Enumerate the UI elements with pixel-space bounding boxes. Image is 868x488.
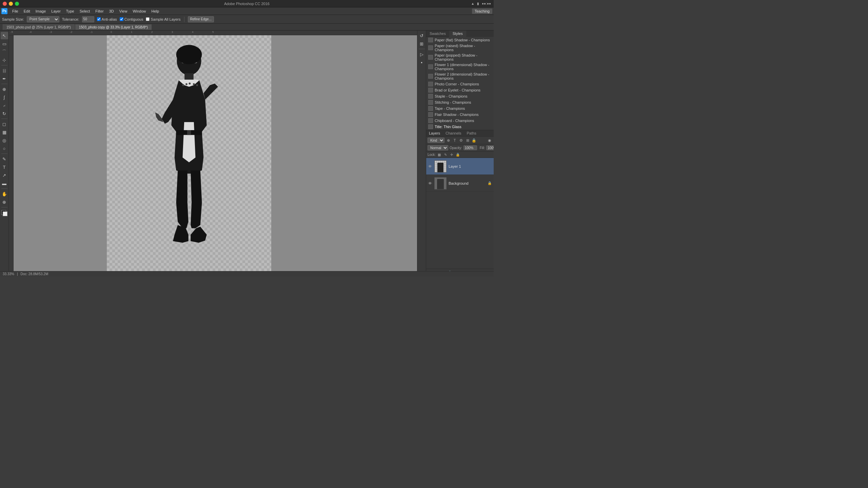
zoom-level-tool[interactable]: ⊞ (418, 40, 426, 47)
layer-thumbnail (434, 177, 447, 189)
style-item-tape[interactable]: Tape - Champions (426, 105, 494, 111)
file-tab-1[interactable]: 1503_photo copy @ 33.3% (Layer 1, RGB/8*… (75, 24, 152, 30)
style-label: Brad or Eyelet - Champions (435, 88, 480, 92)
color-swatches (1, 210, 7, 216)
dodge-tool[interactable]: ○ (1, 145, 8, 152)
type-tool[interactable]: T (1, 163, 8, 171)
menu-help[interactable]: Help (149, 8, 162, 14)
lock-all-btn[interactable]: 🔒 (455, 152, 460, 157)
style-item-chipboard[interactable]: Chipboard - Champions (426, 118, 494, 124)
paths-tab[interactable]: Paths (464, 130, 479, 136)
style-item-flower-2[interactable]: Flower 2 (dimensional) Shadow - Champion… (426, 72, 494, 81)
style-item-title-thin-glass[interactable]: Title: Thin Glass (426, 124, 494, 130)
style-item-flower-1[interactable]: Flower 1 (dimensional) Shadow - Champion… (426, 62, 494, 72)
file-tab-0[interactable]: 1503_photo.psd @ 25% (Layer 1, RGB/8*) (3, 24, 75, 30)
canvas-transparent-area[interactable] (107, 35, 271, 277)
layer-icon-5[interactable]: 🔒 (471, 138, 477, 143)
eraser-tool[interactable]: ◻ (1, 120, 8, 128)
lock-image-btn[interactable]: ✎ (443, 152, 448, 157)
sample-all-layers-option[interactable]: Sample All Layers (146, 17, 180, 21)
contiguous-option[interactable]: Contiguous (120, 17, 143, 21)
canvas-area[interactable]: -5 -4 -3 -2 -1 0 1 2 3 4 5 (9, 30, 417, 277)
panel-toggle-1[interactable]: ▷ (418, 50, 426, 58)
canvas-background[interactable] (14, 35, 417, 277)
menu-edit[interactable]: Edit (21, 8, 33, 14)
layer-icon-3[interactable]: ⚙ (458, 138, 464, 143)
anti-alias-checkbox[interactable] (97, 17, 101, 21)
menu-type[interactable]: Type (63, 8, 77, 14)
clone-stamp-tool[interactable]: ⌿ (1, 102, 8, 109)
gradient-tool[interactable]: ▦ (1, 128, 8, 136)
brush-tool[interactable]: ∫ (1, 94, 8, 101)
right-panel: Swatches Styles Paper (flat) Shadow - Ch… (426, 30, 494, 277)
layer-item-background[interactable]: 👁 Background 🔒 (426, 175, 494, 192)
style-item-staple[interactable]: Staple - Champions (426, 93, 494, 99)
style-item-paper-flat[interactable]: Paper (flat) Shadow - Champions (426, 37, 494, 43)
style-label: Flower 2 (dimensional) Shadow - Champion… (435, 72, 492, 80)
layer-filter-toggle[interactable]: ◉ (487, 138, 492, 143)
shape-tool[interactable]: ▬ (1, 180, 8, 187)
layer-kind-select[interactable]: Kind (428, 138, 445, 143)
layer-visibility-icon[interactable]: 👁 (428, 181, 433, 185)
menu-view[interactable]: View (117, 8, 130, 14)
style-item-paper-raised[interactable]: Paper (raised) Shadow - Champions (426, 43, 494, 53)
layers-toolbar: Kind ⊕ T ⚙ ⊞ 🔒 ◉ (426, 137, 494, 144)
blend-mode-select[interactable]: Normal (428, 145, 448, 150)
style-swatch (428, 124, 433, 129)
menu-image[interactable]: Image (33, 8, 49, 14)
opacity-input[interactable] (463, 145, 477, 150)
lock-transparent-btn[interactable]: ▦ (437, 152, 442, 157)
path-select-tool[interactable]: ↗ (1, 171, 8, 179)
tolerance-input[interactable] (82, 16, 94, 22)
contiguous-checkbox[interactable] (120, 17, 123, 21)
style-item-flair-shadow[interactable]: Flair Shadow - Champions (426, 111, 494, 118)
swatches-tab[interactable]: Swatches (426, 30, 449, 37)
lock-position-btn[interactable]: ✛ (449, 152, 454, 157)
layer-visibility-icon[interactable]: 👁 (428, 164, 433, 168)
styles-tab[interactable]: Styles (449, 30, 466, 37)
layers-tab[interactable]: Layers (426, 130, 443, 136)
blur-tool[interactable]: ◎ (1, 137, 8, 144)
lasso-tool[interactable]: ⌒ (1, 48, 8, 56)
panel-toggle-2[interactable]: ▪ (418, 59, 426, 66)
wand-tool[interactable]: ⊹ (1, 56, 8, 64)
fill-input[interactable] (486, 145, 494, 150)
anti-alias-option[interactable]: Anti-alias (97, 17, 117, 21)
background-color[interactable] (3, 211, 7, 216)
doc-info: Doc: 28.8M/53.2M (21, 272, 48, 276)
menu-window[interactable]: Window (130, 8, 149, 14)
minimize-button[interactable] (9, 2, 13, 6)
sample-size-select[interactable]: Point Sample 3 by 3 Average (27, 16, 59, 22)
crop-tool[interactable]: ⌸ (1, 67, 8, 74)
close-button[interactable] (3, 2, 7, 6)
layer-icon-2[interactable]: T (452, 138, 457, 143)
menu-layer[interactable]: Layer (48, 8, 63, 14)
svg-rect-7 (187, 130, 191, 135)
style-item-paper-popped[interactable]: Paper (popped) Shadow - Champions (426, 53, 494, 62)
spot-heal-tool[interactable]: ⊕ (1, 85, 8, 93)
menu-select[interactable]: Select (77, 8, 93, 14)
sample-all-layers-checkbox[interactable] (146, 17, 150, 21)
marquee-tool[interactable]: ▭ (1, 40, 8, 47)
layer-item-layer1[interactable]: 👁 Layer 1 (426, 158, 494, 175)
style-item-brad-eyelet[interactable]: Brad or Eyelet - Champions (426, 87, 494, 93)
history-brush-tool[interactable]: ↻ (1, 110, 8, 117)
menu-filter[interactable]: Filter (93, 8, 106, 14)
menu-file[interactable]: File (9, 8, 21, 14)
maximize-button[interactable] (15, 2, 19, 6)
menu-3d[interactable]: 3D (106, 8, 117, 14)
channels-tab[interactable]: Channels (443, 130, 464, 136)
layer-icon-4[interactable]: ⊞ (465, 138, 470, 143)
workspace-label[interactable]: Teaching (472, 8, 492, 14)
refine-edge-button[interactable]: Refine Edge... (188, 16, 214, 22)
hand-tool[interactable]: ✋ (1, 190, 8, 198)
zoom-tool[interactable]: ⊕ (1, 198, 8, 206)
move-tool[interactable]: ↖ (1, 32, 8, 39)
layer-filter-icon[interactable]: ⊕ (446, 138, 451, 143)
style-item-stitching[interactable]: Stitching - Champions (426, 99, 494, 105)
pen-tool[interactable]: ✎ (1, 155, 8, 163)
eyedropper-tool[interactable]: ✒ (1, 75, 8, 82)
style-item-photo-corner[interactable]: Photo Corner - Champions (426, 81, 494, 87)
rotate-view-tool[interactable]: ↺ (418, 32, 426, 39)
right-section: ↺ ⊞ ▷ ▪ Swatches Styles Paper (flat) Sha… (417, 30, 494, 277)
